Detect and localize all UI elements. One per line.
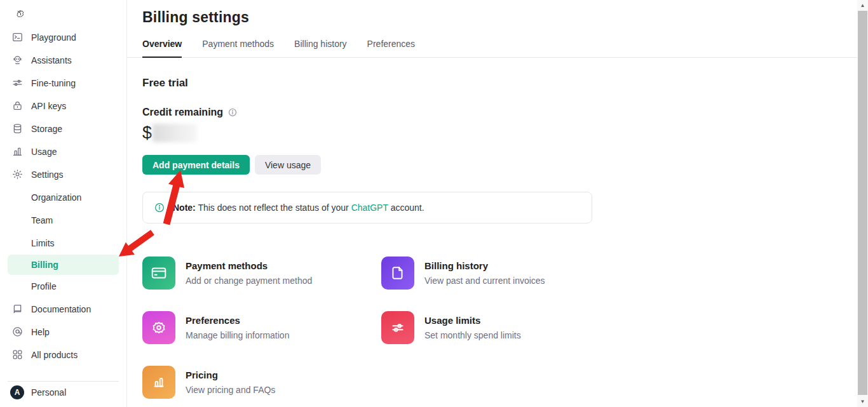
main-content: Billing settings Overview Payment method… bbox=[127, 0, 857, 407]
account-selector-personal[interactable]: A Personal bbox=[0, 385, 126, 399]
bar-chart-icon bbox=[11, 145, 24, 157]
shortcut-cards: Payment methods Add or change payment me… bbox=[142, 257, 857, 399]
sidebar-item-assistants[interactable]: Assistants bbox=[0, 49, 126, 72]
view-usage-button[interactable]: View usage bbox=[255, 155, 321, 175]
sidebar-item-label: Limits bbox=[31, 238, 55, 248]
sliders-icon bbox=[11, 77, 24, 89]
chatgpt-link[interactable]: ChatGPT bbox=[351, 203, 388, 213]
sidebar-nav: Playground Assistants Fine-tuning API ke… bbox=[0, 26, 126, 366]
card-title: Preferences bbox=[186, 315, 289, 326]
card-description: Set monthly spend limits bbox=[424, 330, 521, 340]
vertical-scrollbar[interactable]: ▲ ▼ bbox=[857, 0, 868, 407]
sliders-icon bbox=[381, 311, 414, 344]
terminal-icon bbox=[11, 31, 24, 43]
avatar: A bbox=[10, 385, 24, 399]
card-title: Payment methods bbox=[186, 260, 312, 271]
credit-currency: $ bbox=[142, 123, 152, 143]
sidebar-item-label: Team bbox=[31, 215, 53, 225]
page-title: Billing settings bbox=[142, 9, 857, 26]
card-title: Billing history bbox=[424, 260, 545, 271]
database-icon bbox=[11, 123, 24, 135]
sidebar-item-organization[interactable]: Organization bbox=[0, 186, 126, 209]
sidebar-item-label: Billing bbox=[31, 260, 58, 270]
openai-logo-icon bbox=[10, 9, 29, 17]
sidebar-item-label: Profile bbox=[31, 281, 57, 291]
tab-billing-history[interactable]: Billing history bbox=[294, 39, 346, 57]
gear-icon bbox=[11, 168, 24, 180]
credit-card-icon bbox=[142, 257, 175, 290]
sidebar-item-label: Fine-tuning bbox=[31, 78, 76, 88]
tab-payment-methods[interactable]: Payment methods bbox=[202, 39, 274, 57]
card-description: View pricing and FAQs bbox=[186, 385, 275, 395]
tab-overview[interactable]: Overview bbox=[142, 39, 182, 57]
sidebar-item-profile[interactable]: Profile bbox=[0, 275, 126, 298]
sidebar-item-label: Documentation bbox=[31, 304, 91, 314]
bar-chart-icon bbox=[142, 366, 175, 399]
document-icon bbox=[381, 257, 414, 290]
card-description: Add or change payment method bbox=[186, 276, 312, 286]
sidebar-item-billing[interactable]: Billing bbox=[8, 255, 119, 275]
account-selector[interactable] bbox=[0, 366, 126, 376]
card-title: Usage limits bbox=[424, 315, 521, 326]
card-payment-methods[interactable]: Payment methods Add or change payment me… bbox=[142, 257, 381, 290]
add-payment-details-button[interactable]: Add payment details bbox=[142, 155, 250, 175]
sidebar-item-fine-tuning[interactable]: Fine-tuning bbox=[0, 72, 126, 95]
sidebar-item-label: Usage bbox=[31, 147, 57, 157]
sidebar-item-limits[interactable]: Limits bbox=[0, 232, 126, 255]
sidebar-item-settings[interactable]: Settings bbox=[0, 163, 126, 186]
help-icon bbox=[11, 326, 24, 338]
card-preferences[interactable]: Preferences Manage billing information bbox=[142, 311, 381, 344]
sidebar: Playground Assistants Fine-tuning API ke… bbox=[0, 0, 127, 407]
note-banner: Note: This does not reflect the status o… bbox=[142, 192, 592, 224]
card-usage-limits[interactable]: Usage limits Set monthly spend limits bbox=[381, 311, 620, 344]
sidebar-item-label: All products bbox=[31, 350, 78, 360]
action-buttons: Add payment details View usage bbox=[142, 155, 857, 175]
book-icon bbox=[11, 303, 24, 315]
sidebar-item-label: Organization bbox=[31, 192, 81, 203]
credit-remaining-row: Credit remaining bbox=[142, 107, 857, 118]
sidebar-item-usage[interactable]: Usage bbox=[0, 140, 126, 163]
sidebar-item-help[interactable]: Help bbox=[0, 321, 126, 344]
plan-title: Free trial bbox=[142, 77, 857, 90]
sidebar-item-label: Assistants bbox=[31, 55, 72, 65]
sidebar-item-api-keys[interactable]: API keys bbox=[0, 95, 126, 117]
gear-icon bbox=[142, 311, 175, 344]
lock-icon bbox=[11, 100, 24, 112]
sidebar-item-all-products[interactable]: All products bbox=[0, 344, 126, 366]
sidebar-item-label: API keys bbox=[31, 101, 66, 111]
sidebar-item-label: Help bbox=[31, 327, 50, 337]
info-icon[interactable] bbox=[228, 108, 237, 117]
card-description: View past and current invoices bbox=[424, 276, 545, 286]
sidebar-divider bbox=[8, 381, 119, 382]
sidebar-item-storage[interactable]: Storage bbox=[0, 117, 126, 140]
card-title: Pricing bbox=[186, 370, 275, 380]
scroll-up-arrow-icon[interactable]: ▲ bbox=[857, 0, 868, 11]
sidebar-item-documentation[interactable]: Documentation bbox=[0, 298, 126, 321]
card-pricing[interactable]: Pricing View pricing and FAQs bbox=[142, 366, 381, 399]
tab-preferences[interactable]: Preferences bbox=[367, 39, 415, 57]
billing-settings-page: Playground Assistants Fine-tuning API ke… bbox=[0, 0, 868, 407]
sidebar-item-label: Storage bbox=[31, 124, 62, 134]
sidebar-item-playground[interactable]: Playground bbox=[0, 26, 126, 49]
scrollbar-thumb[interactable] bbox=[858, 11, 867, 395]
assistant-icon bbox=[11, 54, 24, 66]
tabs-bar: Overview Payment methods Billing history… bbox=[127, 39, 857, 58]
card-description: Manage billing information bbox=[186, 330, 289, 340]
card-billing-history[interactable]: Billing history View past and current in… bbox=[381, 257, 620, 290]
sidebar-item-team[interactable]: Team bbox=[0, 209, 126, 232]
credit-amount-row: $ bbox=[142, 123, 857, 143]
sidebar-item-label: Settings bbox=[31, 170, 64, 180]
note-text: Note: This does not reflect the status o… bbox=[173, 203, 424, 213]
grid-icon bbox=[11, 349, 24, 361]
account-label: Personal bbox=[31, 387, 66, 397]
credit-amount-redacted bbox=[153, 124, 197, 142]
sidebar-item-label: Playground bbox=[31, 32, 76, 43]
info-circle-icon bbox=[154, 203, 165, 213]
scroll-down-arrow-icon[interactable]: ▼ bbox=[857, 396, 868, 407]
credit-remaining-label: Credit remaining bbox=[142, 107, 223, 118]
